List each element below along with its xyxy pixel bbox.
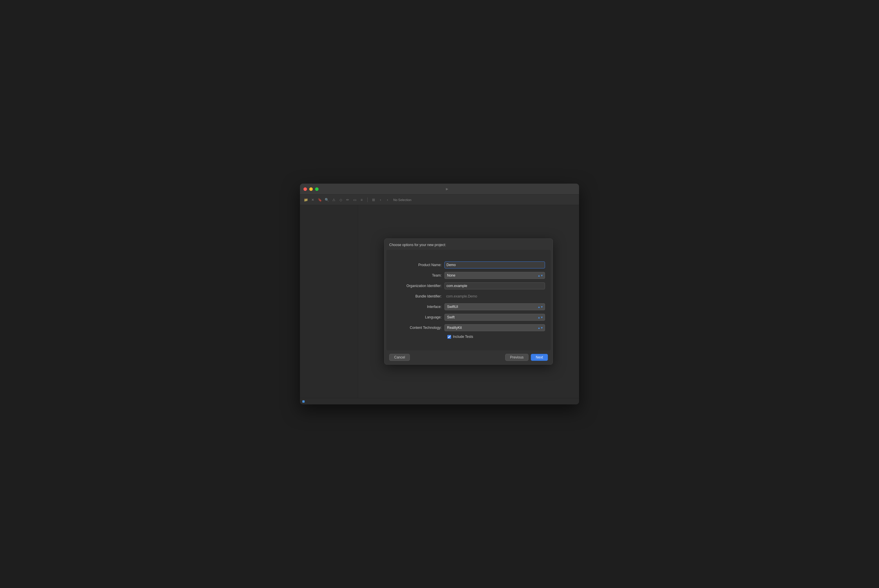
forward-icon[interactable]: ›	[385, 198, 390, 202]
language-row: Language: Swift Objective-C ▲▼	[386, 314, 551, 321]
search-icon[interactable]: 🔍	[325, 198, 329, 202]
language-select-wrapper: Swift Objective-C ▲▼	[445, 314, 545, 321]
close-button[interactable]	[304, 188, 307, 191]
traffic-lights	[304, 188, 319, 191]
bundle-identifier-label: Bundle Identifier:	[392, 294, 445, 298]
modal-title: Choose options for your new project:	[389, 243, 446, 247]
interface-select-wrapper: SwiftUI Storyboard ▲▼	[445, 303, 545, 310]
content-technology-label: Content Technology:	[392, 326, 445, 330]
modal-form-area: Product Name: Team: None Personal Team A…	[386, 250, 551, 350]
include-tests-label: Include Tests	[453, 334, 473, 339]
language-label: Language:	[392, 315, 445, 319]
status-bar	[300, 398, 579, 404]
product-name-input[interactable]	[445, 261, 545, 268]
team-row: Team: None Personal Team Add Account... …	[386, 272, 551, 279]
cancel-button[interactable]: Cancel	[389, 354, 410, 361]
title-bar-center: ▶	[319, 187, 575, 191]
footer-right-buttons: Previous Next	[505, 354, 548, 361]
content-technology-select[interactable]: RealityKit SceneKit Metal	[445, 324, 545, 331]
content-technology-select-wrapper: RealityKit SceneKit Metal ▲▼	[445, 324, 545, 331]
product-name-label: Product Name:	[392, 263, 445, 267]
app-window: ▶ 📁 ✕ 🔖 🔍 ⚠ ◇ ✏ ▭ ≡ ⊞ ‹ › No Selection	[300, 184, 579, 404]
product-name-row: Product Name:	[386, 261, 551, 268]
include-tests-checkbox[interactable]	[447, 335, 451, 339]
title-bar: ▶	[300, 184, 579, 195]
org-identifier-label: Organization Identifier:	[392, 284, 445, 288]
interface-label: Interface:	[392, 305, 445, 309]
modal-header: Choose options for your new project:	[385, 239, 553, 250]
toolbar: 📁 ✕ 🔖 🔍 ⚠ ◇ ✏ ▭ ≡ ⊞ ‹ › No Selection	[300, 195, 579, 205]
no-selection-label: No Selection	[393, 198, 411, 202]
team-label: Team:	[392, 273, 445, 278]
next-button[interactable]: Next	[531, 354, 548, 361]
rect-icon[interactable]: ▭	[352, 198, 357, 202]
previous-button[interactable]: Previous	[505, 354, 529, 361]
bundle-identifier-row: Bundle Identifier: com.example.Demo	[386, 293, 551, 300]
bundle-identifier-value: com.example.Demo	[445, 293, 545, 300]
list-icon[interactable]: ≡	[359, 198, 364, 202]
toolbar-divider	[367, 198, 368, 202]
status-indicator	[302, 400, 305, 403]
content-technology-row: Content Technology: RealityKit SceneKit …	[386, 324, 551, 331]
interface-row: Interface: SwiftUI Storyboard ▲▼	[386, 303, 551, 310]
team-select[interactable]: None Personal Team Add Account...	[445, 272, 545, 279]
sidebar	[300, 205, 358, 398]
editor-area: Choose options for your new project: Pro…	[358, 205, 579, 398]
edit-icon[interactable]: ✏	[345, 198, 350, 202]
modal-footer: Cancel Previous Next	[385, 350, 553, 364]
warning-icon[interactable]: ⚠	[331, 198, 336, 202]
close-tab-icon[interactable]: ✕	[310, 198, 315, 202]
include-tests-row: Include Tests	[386, 334, 551, 339]
main-content: Choose options for your new project: Pro…	[300, 205, 579, 398]
folder-icon[interactable]: 📁	[304, 198, 308, 202]
team-select-wrapper: None Personal Team Add Account... ▲▼	[445, 272, 545, 279]
maximize-button[interactable]	[315, 188, 319, 191]
language-select[interactable]: Swift Objective-C	[445, 314, 545, 321]
new-project-modal: Choose options for your new project: Pro…	[384, 238, 553, 364]
diamond-icon[interactable]: ◇	[338, 198, 343, 202]
bookmark-icon[interactable]: 🔖	[317, 198, 322, 202]
minimize-button[interactable]	[309, 188, 313, 191]
org-identifier-input[interactable]	[445, 282, 545, 290]
org-identifier-row: Organization Identifier:	[386, 282, 551, 290]
modal-overlay: Choose options for your new project: Pro…	[358, 205, 579, 398]
interface-select[interactable]: SwiftUI Storyboard	[445, 303, 545, 310]
grid-icon[interactable]: ⊞	[371, 198, 376, 202]
back-icon[interactable]: ‹	[378, 198, 383, 202]
